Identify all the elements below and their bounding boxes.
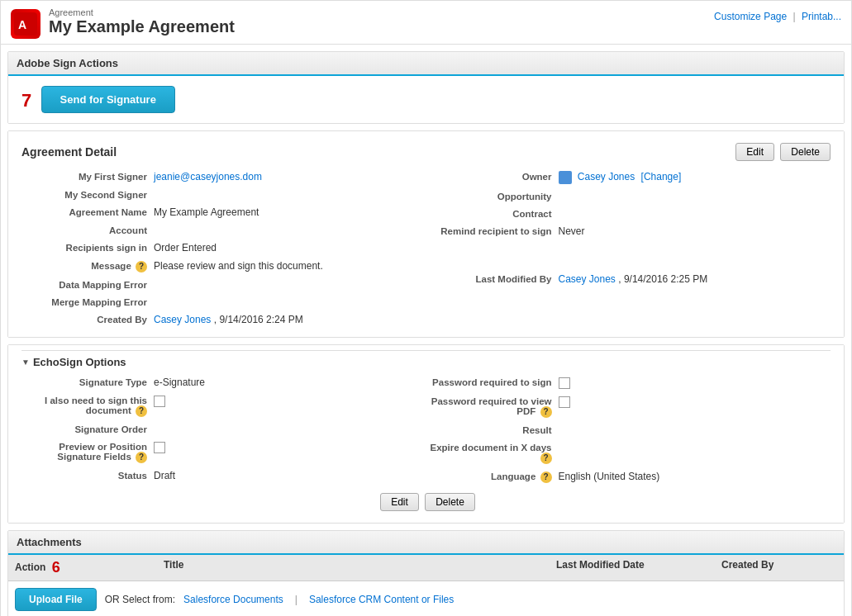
attachments-col-created: Created By xyxy=(721,559,837,576)
field-opportunity: Opportunity xyxy=(426,187,831,205)
upload-file-button[interactable]: Upload File xyxy=(15,588,97,611)
adobe-sign-header: Adobe Sign Actions xyxy=(8,52,844,76)
language-help-icon: ? xyxy=(540,471,552,483)
owner-icon xyxy=(559,171,572,184)
result-label: Result xyxy=(426,424,559,435)
field-account: Account xyxy=(21,221,426,239)
send-for-signature-button[interactable]: Send for Signature xyxy=(41,86,175,113)
echosign-edit-button[interactable]: Edit xyxy=(380,493,419,511)
password-sign-label: Password required to sign xyxy=(426,377,559,387)
also-sign-value xyxy=(154,395,426,407)
field-password-sign: Password required to sign xyxy=(426,373,831,392)
owner-value: Casey Jones [Change] xyxy=(559,171,831,184)
field-my-first-signer: My First Signer jeanie@caseyjones.dom xyxy=(21,168,426,186)
recipients-sign-value: Order Entered xyxy=(154,242,426,254)
header-title-group: Agreement My Example Agreement xyxy=(49,7,235,36)
upload-or-text: OR Select from: xyxy=(105,594,175,605)
agreement-delete-button[interactable]: Delete xyxy=(780,143,831,161)
echosign-body: ▼ EchoSign Options Signature Type e-Sign… xyxy=(8,345,844,523)
attachments-col-modified: Last Modified Date xyxy=(556,559,721,576)
password-pdf-help-icon: ? xyxy=(540,406,552,418)
step-badge-6: 6 xyxy=(52,559,60,576)
agreement-fields-grid: My First Signer jeanie@caseyjones.dom My… xyxy=(21,168,831,329)
field-agreement-name: Agreement Name My Example Agreement xyxy=(21,203,426,221)
crm-content-link[interactable]: Salesforce CRM Content or Files xyxy=(309,594,454,605)
attachments-col-title: Title xyxy=(164,559,556,576)
field-merge-mapping: Merge Mapping Error xyxy=(21,293,426,310)
created-by-label: Created By xyxy=(21,314,154,325)
preview-help-icon: ? xyxy=(136,452,147,463)
field-also-sign: I also need to sign this document ? xyxy=(21,391,426,420)
agreement-name-value: My Example Agreement xyxy=(154,206,426,218)
field-result: Result xyxy=(426,421,831,438)
merge-mapping-label: Merge Mapping Error xyxy=(21,296,154,307)
last-modified-label: Last Modified By xyxy=(426,273,559,284)
preview-label: Preview or Position Signature Fields ? xyxy=(21,441,154,463)
header-left: A Agreement My Example Agreement xyxy=(11,7,235,39)
created-by-value: Casey Jones , 9/14/2016 2:24 PM xyxy=(154,314,426,325)
header-subtitle: Agreement xyxy=(49,7,235,17)
agreement-edit-button[interactable]: Edit xyxy=(735,143,774,161)
my-first-signer-value: jeanie@caseyjones.dom xyxy=(154,171,426,182)
field-placeholder-right-2 xyxy=(426,248,831,255)
echosign-delete-button[interactable]: Delete xyxy=(425,493,475,511)
echosign-section: ▼ EchoSign Options Signature Type e-Sign… xyxy=(7,344,845,524)
language-label: Language ? xyxy=(426,471,559,483)
account-label: Account xyxy=(21,225,154,235)
upload-row: Upload File OR Select from: Salesforce D… xyxy=(8,581,844,616)
field-my-second-signer: My Second Signer xyxy=(21,186,426,203)
echosign-section-title: EchoSign Options xyxy=(33,356,126,368)
my-first-signer-label: My First Signer xyxy=(21,171,154,182)
field-signature-type: Signature Type e-Signature xyxy=(21,373,426,391)
field-data-mapping: Data Mapping Error xyxy=(21,276,426,293)
also-sign-label: I also need to sign this document ? xyxy=(21,395,154,417)
page-title: My Example Agreement xyxy=(49,17,235,36)
message-help-icon: ? xyxy=(136,261,147,272)
opportunity-label: Opportunity xyxy=(426,191,559,201)
field-contract: Contract xyxy=(426,205,831,222)
password-pdf-checkbox[interactable] xyxy=(559,396,570,408)
field-placeholder-right-4 xyxy=(426,263,831,270)
field-status: Status Draft xyxy=(21,467,426,485)
attachments-body: Action 6 Title Last Modified Date Create… xyxy=(8,555,844,616)
agreement-detail-section: Agreement Detail Edit Delete My First Si… xyxy=(7,130,845,338)
expire-label: Expire document in X days ? xyxy=(426,442,559,464)
remind-value: Never xyxy=(559,225,831,237)
recipients-sign-label: Recipients sign in xyxy=(21,242,154,253)
expire-help-icon: ? xyxy=(540,453,552,464)
attachments-col-action: Action 6 xyxy=(15,559,164,576)
upload-pipe: | xyxy=(295,594,297,605)
message-label: Message ? xyxy=(21,260,154,272)
customize-page-link[interactable]: Customize Page xyxy=(714,11,787,22)
remind-label: Remind recipient to sign xyxy=(426,225,559,236)
echosign-footer-buttons: Edit Delete xyxy=(21,486,831,514)
password-pdf-label: Password required to view PDF ? xyxy=(426,396,559,418)
field-placeholder-right-1 xyxy=(426,240,831,248)
field-signature-order: Signature Order xyxy=(21,420,426,438)
echosign-collapsible-header[interactable]: ▼ EchoSign Options xyxy=(21,350,831,373)
field-expire: Expire document in X days ? xyxy=(426,438,831,467)
printable-link[interactable]: Printab... xyxy=(802,11,841,22)
field-placeholder-right-3 xyxy=(426,255,831,263)
preview-value xyxy=(154,441,426,453)
contract-label: Contract xyxy=(426,208,559,219)
adobe-sign-body: 7 Send for Signature xyxy=(8,76,844,123)
step-badge-7: 7 xyxy=(21,90,31,111)
attachments-section: Attachments Action 6 Title Last Modified… xyxy=(7,530,845,616)
status-value: Draft xyxy=(154,470,426,481)
also-sign-checkbox[interactable] xyxy=(154,396,165,407)
agreement-detail-title: Agreement Detail xyxy=(21,145,117,159)
owner-change-link[interactable]: [Change] xyxy=(641,171,682,182)
field-owner: Owner Casey Jones [Change] xyxy=(426,168,831,187)
adobe-sign-section: Adobe Sign Actions 7 Send for Signature xyxy=(7,51,845,124)
preview-checkbox[interactable] xyxy=(154,442,165,453)
data-mapping-label: Data Mapping Error xyxy=(21,279,154,290)
agreement-detail-header-bar: Agreement Detail Edit Delete xyxy=(21,140,831,168)
field-recipients-sign: Recipients sign in Order Entered xyxy=(21,239,426,257)
password-sign-value xyxy=(559,377,831,389)
attachments-table-header: Action 6 Title Last Modified Date Create… xyxy=(8,555,844,581)
field-password-pdf: Password required to view PDF ? xyxy=(426,392,831,421)
signature-type-label: Signature Type xyxy=(21,377,154,387)
salesforce-documents-link[interactable]: Salesforce Documents xyxy=(183,594,283,605)
password-sign-checkbox[interactable] xyxy=(559,377,570,389)
